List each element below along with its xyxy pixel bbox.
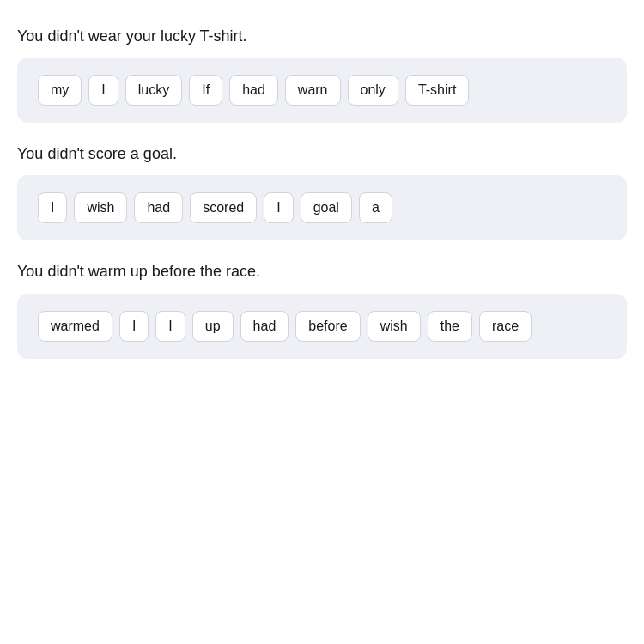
exercises-list: You didn't wear your lucky T-shirt.myIlu… <box>17 26 627 359</box>
word-chip-1-2[interactable]: I <box>88 75 118 106</box>
exercise-prompt-3: You didn't warm up before the race. <box>17 261 627 283</box>
word-container-3: warmedIIuphadbeforewishtherace <box>17 294 627 359</box>
word-chip-2-2[interactable]: wish <box>74 192 127 223</box>
word-chip-2-7[interactable]: a <box>359 192 392 223</box>
word-chip-2-1[interactable]: I <box>38 192 67 223</box>
exercise-prompt-1: You didn't wear your lucky T-shirt. <box>17 26 627 47</box>
word-chip-3-2[interactable]: I <box>119 311 149 342</box>
word-chip-1-3[interactable]: lucky <box>125 75 182 106</box>
word-container-2: IwishhadscoredIgoala <box>17 175 627 240</box>
word-chip-3-5[interactable]: had <box>240 311 289 342</box>
word-container-1: myIluckyIfhadwarnonlyT-shirt <box>17 58 627 123</box>
word-chip-2-6[interactable]: goal <box>301 192 352 223</box>
exercise-block-1: You didn't wear your lucky T-shirt.myIlu… <box>17 26 627 123</box>
word-chip-1-1[interactable]: my <box>38 75 82 106</box>
word-chip-3-4[interactable]: up <box>192 311 234 342</box>
word-chip-3-6[interactable]: before <box>295 311 360 342</box>
word-chip-2-4[interactable]: scored <box>190 192 257 223</box>
word-chip-1-4[interactable]: If <box>189 75 222 106</box>
word-chip-1-7[interactable]: only <box>348 75 398 106</box>
word-chip-2-3[interactable]: had <box>134 192 183 223</box>
word-chip-3-7[interactable]: wish <box>368 311 421 342</box>
word-chip-1-5[interactable]: had <box>229 75 278 106</box>
word-chip-2-5[interactable]: I <box>264 192 293 223</box>
word-chip-3-1[interactable]: warmed <box>38 311 112 342</box>
word-chip-3-9[interactable]: race <box>479 311 532 342</box>
exercise-prompt-2: You didn't score a goal. <box>17 143 627 165</box>
word-chip-3-8[interactable]: the <box>428 311 472 342</box>
word-chip-3-3[interactable]: I <box>155 311 185 342</box>
exercise-block-2: You didn't score a goal.IwishhadscoredIg… <box>17 143 627 240</box>
exercise-block-3: You didn't warm up before the race.warme… <box>17 261 627 358</box>
word-chip-1-8[interactable]: T-shirt <box>405 75 469 106</box>
word-chip-1-6[interactable]: warn <box>285 75 341 106</box>
